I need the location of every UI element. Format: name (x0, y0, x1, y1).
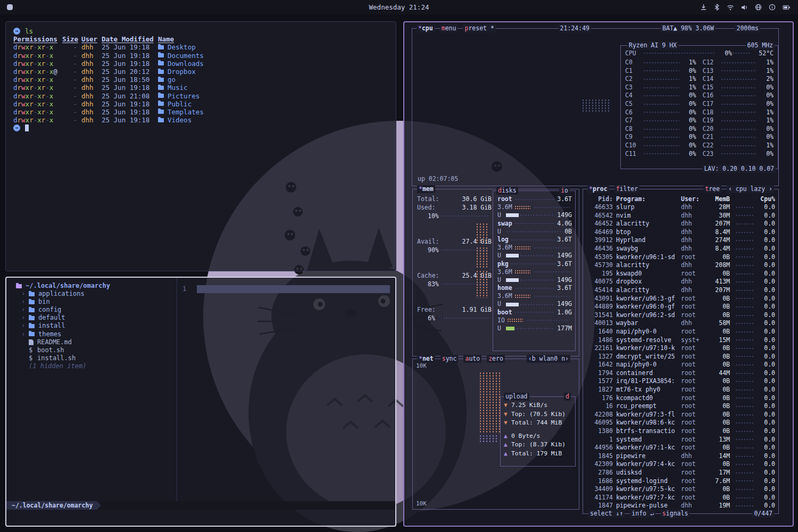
net-sync-button[interactable]: sync (440, 355, 459, 363)
file-tree-item[interactable]: $install.sh (6, 354, 177, 362)
net-value: 0 Byte/s (511, 432, 540, 441)
process-row[interactable]: 46436swaybgdhh8.4M0.0 (583, 245, 778, 253)
process-row[interactable]: 46095kworker/u98:6-kcroot0B0.0 (583, 419, 778, 427)
disks-title[interactable]: disks (496, 187, 518, 195)
process-row[interactable]: 46633slurpdhh28M0.0 (583, 203, 778, 212)
process-row[interactable]: 45414alacrittydhh207M0.0 (583, 286, 778, 295)
globe-icon[interactable] (755, 4, 762, 11)
cpu-box-title[interactable]: *cpu (417, 24, 435, 32)
process-row[interactable]: 39912Hyprlanddhh274M0.0 (583, 236, 778, 245)
core-name: C0 (625, 59, 641, 67)
process-row[interactable]: 44956kworker/u97:1-kcroot0B0.0 (583, 444, 778, 452)
process-row[interactable]: 42309kworker/u97:4-kcroot0B0.0 (583, 460, 778, 469)
process-row[interactable]: 1827mt76-tx phy0root0B0.0 (583, 386, 778, 394)
header-cpu[interactable]: Cpu% (759, 195, 775, 203)
process-row[interactable]: 1847pipewire-pulsedhh19M0.0 (583, 502, 778, 510)
prompt-line-empty[interactable] (13, 124, 388, 132)
disk-name: root (497, 195, 512, 203)
process-row[interactable]: 1327dmcrypt_write/25root0B0.0 (583, 353, 778, 361)
process-row[interactable]: 1686systemd-logindroot7.6M0.0 (583, 477, 778, 486)
tree-toggle[interactable]: tree (703, 185, 721, 193)
file-tree-item[interactable]: README.md (6, 338, 177, 346)
cpu-core-row: C181% (703, 109, 774, 117)
powerline-arrow (97, 501, 101, 510)
process-row[interactable]: 176kcompactd0root0B0.0 (583, 394, 778, 403)
menu-button[interactable]: menu (440, 24, 458, 32)
process-row[interactable]: 46469btopdhh8.4M0.0 (583, 228, 778, 237)
header-memb[interactable]: MemB (706, 195, 730, 203)
proc-graph (735, 264, 754, 267)
select-hint[interactable]: select ↓↑ (588, 510, 625, 518)
net-panel-key[interactable]: d (564, 393, 571, 401)
name-cell: Pictures (158, 92, 200, 100)
proc-graph (735, 306, 754, 308)
file-tree-item[interactable]: $boot.sh (6, 346, 177, 354)
process-row[interactable]: 22161kworker/u97:10-kroot0B0.0 (583, 344, 778, 353)
signals-hint[interactable]: signals (661, 510, 689, 518)
cpu-core-row: C80% (625, 125, 696, 134)
sort-selector[interactable]: ‹ cpu lazy › (727, 185, 774, 193)
process-row[interactable]: 45305kworker/u96:1-sdroot0B0.0 (583, 253, 778, 262)
info-icon[interactable] (769, 4, 776, 11)
process-row[interactable]: 41174kworker/u97:7-kcroot0B0.0 (583, 494, 778, 502)
process-row[interactable]: 16rcu_preemptroot0B0.0 (583, 402, 778, 411)
file-tree-item[interactable]: ›bin (6, 298, 177, 306)
wifi-icon[interactable] (727, 4, 734, 11)
process-row[interactable]: 43091kworker/u96:3-gfroot0B0.0 (583, 295, 778, 303)
preset-button[interactable]: preset * (463, 24, 495, 32)
process-row[interactable]: 46542nvimdhh30M0.0 (583, 212, 778, 220)
process-row[interactable]: 44889kworker/u96:0-gfroot0B0.0 (583, 303, 778, 311)
process-row[interactable]: 31541kworker/u96:2-sdroot0B0.0 (583, 311, 778, 320)
process-row[interactable]: 1486systemd-resolvesyst+15M0.0 (583, 336, 778, 345)
process-row[interactable]: 2786udisksdroot17M0.0 (583, 469, 778, 477)
pane-divider[interactable] (177, 278, 177, 501)
io-mode-button[interactable]: io (559, 187, 570, 195)
filter-button[interactable]: filter (614, 185, 640, 193)
process-row[interactable]: 195kswapd0root0B0.0 (583, 270, 778, 278)
workspace-indicator[interactable] (7, 4, 13, 10)
header-program[interactable]: Program: (616, 195, 678, 203)
process-row[interactable]: 34409kworker/u97:5-kcroot0B0.0 (583, 485, 778, 494)
file-tree-item[interactable]: ›config (6, 306, 177, 314)
process-row[interactable]: 1systemdroot13M0.0 (583, 436, 778, 444)
net-interface-selector[interactable]: ‹b wlan0 n› (527, 355, 570, 363)
process-row[interactable]: 1380btrfs-transactioroot0B0.0 (583, 427, 778, 436)
net-value: Top: (8.37 Kib) (511, 440, 566, 450)
file-tree-item[interactable]: ›applications (6, 290, 177, 298)
pid-cell: 45305 (586, 253, 613, 262)
process-row[interactable]: 40075dropboxdhh413M0.0 (583, 278, 778, 286)
proc-graph (735, 355, 754, 358)
process-row[interactable]: 1577irq/81-PIXA3854:root0B0.0 (583, 377, 778, 386)
net-auto-button[interactable]: auto (463, 355, 481, 363)
cpu-cell: 0.0 (759, 253, 775, 262)
process-row[interactable]: 1642napi/phy0-0root0B0.0 (583, 361, 778, 369)
battery-icon[interactable] (783, 4, 791, 11)
file-tree-item[interactable]: ›install (6, 322, 177, 330)
header-user[interactable]: User: (681, 195, 703, 203)
net-zero-button[interactable]: zero (487, 355, 505, 363)
net-box-title[interactable]: *net (417, 355, 435, 363)
cpu-graph (581, 99, 611, 113)
bluetooth-icon[interactable] (714, 4, 720, 11)
date-cell: 25 Jun 20:12 (102, 68, 154, 76)
header-pid[interactable]: Pid: (586, 195, 613, 203)
file-tree-item[interactable]: ›themes (6, 330, 177, 338)
process-row[interactable]: 46452alacrittydhh207M0.0 (583, 220, 778, 228)
update-interval[interactable]: 2000ms (735, 24, 760, 32)
download-icon[interactable] (700, 4, 707, 11)
date-cell: 25 Jun 19:18 (102, 116, 154, 124)
process-row[interactable]: 1845pipewiredhh14M0.0 (583, 452, 778, 461)
desktop-icon (158, 45, 164, 49)
tree-root-row[interactable]: ~/.local/share/omarchy (6, 282, 177, 290)
file-tree-item[interactable]: ›default (6, 314, 177, 322)
process-row[interactable]: 42208kworker/u97:3-flroot0B0.0 (583, 411, 778, 419)
ls-header-row: Permissions Size User Date Modified Name (13, 35, 388, 43)
proc-box-title[interactable]: *proc (587, 185, 609, 193)
info-hint[interactable]: info ↵ (630, 510, 655, 518)
volume-icon[interactable] (741, 4, 748, 11)
process-row[interactable]: 40013waybardhh58M0.0 (583, 319, 778, 328)
process-row[interactable]: 1794containerdroot44M0.0 (583, 369, 778, 378)
mem-box-title[interactable]: *mem (417, 185, 435, 193)
process-row[interactable]: 1640napi/phy0-0root0B0.0 (583, 328, 778, 336)
process-row[interactable]: 45730alacrittydhh208M0.0 (583, 261, 778, 270)
